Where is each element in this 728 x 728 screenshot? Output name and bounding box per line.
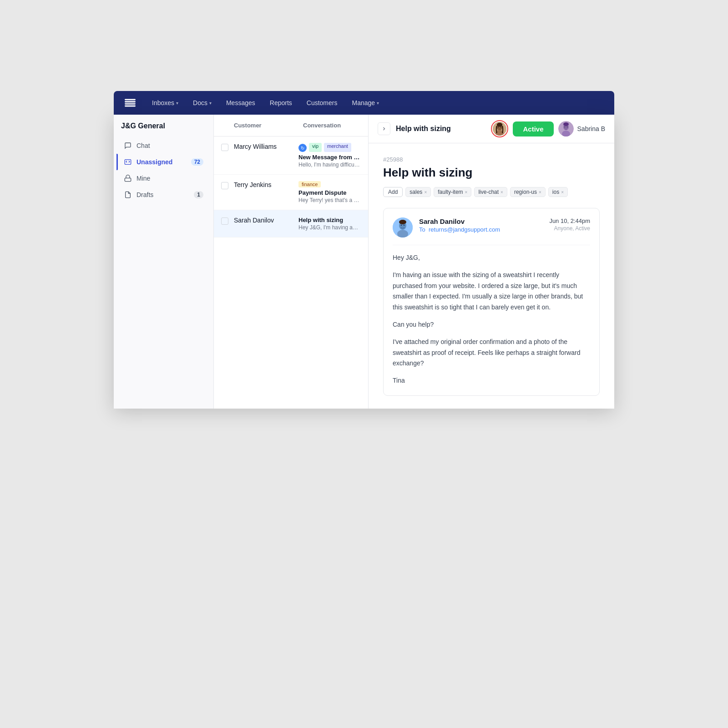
conv-subject: Payment Dispute [298, 189, 361, 196]
remove-tag-icon[interactable]: × [500, 190, 503, 195]
message-date: Jun 10, 2:44pm [549, 217, 590, 224]
msg-paragraph: Hey J&G, [393, 253, 590, 263]
msg-paragraph: I've attached my original order confirma… [393, 337, 590, 369]
top-navigation: Inboxes ▾ Docs ▾ Messages Reports Custom… [114, 91, 614, 115]
remove-tag-icon[interactable]: × [561, 190, 564, 195]
row-checkbox[interactable] [221, 217, 228, 225]
chevron-down-icon: ▾ [377, 101, 379, 106]
message-sender-avatar [393, 217, 413, 238]
message-sender-name: Sarah Danilov [419, 217, 543, 225]
conv-list-header: Customer Conversation [214, 115, 368, 136]
msg-signature: Tina [393, 375, 590, 386]
svg-point-17 [401, 225, 402, 226]
assignee-area: Sabrina B [558, 121, 605, 136]
active-status-button[interactable]: Active [513, 121, 553, 136]
svg-point-6 [500, 126, 501, 127]
sidebar-item-mine[interactable]: Mine [116, 170, 211, 187]
remove-tag-icon[interactable]: × [539, 190, 541, 195]
drafts-icon [124, 191, 132, 199]
conv-preview: Hey J&G, I'm having an issue with the si… [298, 224, 361, 231]
conv-details: ↻ vip merchant New Message from Marcy Wi… [298, 143, 361, 168]
conv-subject: Help with sizing [298, 217, 361, 223]
tags-row: Add sales × faulty-item × live-chat × r [383, 187, 600, 197]
sidebar-item-unassigned[interactable]: Unassigned 72 [116, 154, 211, 170]
detail-body: #25988 Help with sizing Add sales × faul… [369, 143, 614, 409]
assignee-name: Sabrina B [577, 125, 605, 132]
svg-point-7 [497, 123, 502, 127]
ticket-number: #25988 [383, 156, 600, 163]
col-header-customer: Customer [234, 122, 298, 129]
tag-pill-live-chat: live-chat × [474, 187, 507, 197]
svg-point-18 [404, 225, 405, 226]
conv-row[interactable]: Sarah Danilov Help with sizing Hey J&G, … [214, 210, 368, 238]
nav-manage[interactable]: Manage ▾ [346, 96, 384, 109]
nav-messages[interactable]: Messages [221, 96, 261, 109]
sidebar-item-label: Drafts [136, 191, 153, 198]
add-tag-button[interactable]: Add [383, 187, 403, 197]
detail-header: Help with sizing [369, 115, 614, 143]
message-to-email: returns@jandgsupport.com [429, 226, 500, 233]
conv-tags: finance [298, 181, 361, 187]
row-checkbox[interactable] [221, 144, 228, 151]
conv-row[interactable]: Marcy Williams ↻ vip merchant New Messag… [214, 136, 368, 175]
conv-customer-name: Marcy Williams [234, 143, 293, 150]
chevron-down-icon: ▾ [176, 101, 178, 106]
nav-reports[interactable]: Reports [264, 96, 298, 109]
unassigned-icon [124, 158, 132, 166]
msg-paragraph: I'm having an issue with the sizing of a… [393, 270, 590, 313]
sidebar-item-drafts[interactable]: Drafts 1 [116, 187, 211, 203]
conv-subject: New Message from Marcy Williams [298, 154, 361, 161]
app-logo [123, 96, 137, 110]
message-sender-info: Sarah Danilov To returns@jandgsupport.co… [419, 217, 543, 233]
message-icon: ↻ [298, 144, 307, 152]
tag-finance: finance [298, 181, 321, 187]
sidebar-item-label: Mine [136, 175, 150, 182]
conv-details: Help with sizing Hey J&G, I'm having an … [298, 217, 361, 231]
message-body: Hey J&G, I'm having an issue with the si… [393, 253, 590, 386]
conversation-list: Customer Conversation Marcy Williams ↻ v… [214, 115, 369, 409]
sidebar: J&G General Chat Unassigned [114, 115, 214, 409]
conv-details: finance Payment Dispute Hey Terry! yes t… [298, 181, 361, 203]
chevron-down-icon: ▾ [209, 101, 212, 106]
tag-pill-faulty-item: faulty-item × [434, 187, 471, 197]
svg-point-5 [498, 126, 499, 127]
msg-paragraph: Can you help? [393, 319, 590, 330]
sidebar-title: J&G General [114, 122, 213, 137]
assignee-avatar [558, 121, 574, 136]
conv-row[interactable]: Terry Jenkins finance Payment Dispute He… [214, 175, 368, 210]
message-to: To returns@jandgsupport.com [419, 226, 543, 233]
tag-pill-ios: ios × [548, 187, 568, 197]
col-header-conversation: Conversation [303, 122, 361, 129]
row-checkbox[interactable] [221, 182, 228, 189]
drafts-badge: 1 [194, 191, 203, 198]
svg-point-19 [399, 220, 406, 224]
nav-customers[interactable]: Customers [301, 96, 343, 109]
svg-point-13 [563, 122, 569, 126]
message-header: Sarah Danilov To returns@jandgsupport.co… [393, 217, 590, 238]
tag-merchant: merchant [324, 143, 351, 152]
remove-tag-icon[interactable]: × [424, 190, 427, 195]
sidebar-toggle-button[interactable] [378, 122, 390, 135]
customer-avatar-ring [491, 120, 508, 137]
chat-icon [124, 142, 132, 150]
conv-customer-name: Terry Jenkins [234, 181, 293, 188]
nav-inboxes[interactable]: Inboxes ▾ [147, 96, 184, 109]
svg-point-12 [566, 126, 567, 127]
customer-avatar [493, 122, 506, 136]
sidebar-item-label: Chat [136, 142, 150, 149]
remove-tag-icon[interactable]: × [465, 190, 468, 195]
conv-preview: Hello, I'm having difficulty linking all… [298, 162, 361, 168]
tag-pill-sales: sales × [405, 187, 431, 197]
sidebar-item-chat[interactable]: Chat [116, 137, 211, 154]
ticket-title: Help with sizing [383, 166, 600, 180]
message-divider [393, 245, 590, 245]
svg-rect-0 [125, 160, 131, 165]
detail-actions: Active [491, 120, 605, 137]
detail-title: Help with sizing [396, 125, 485, 133]
sidebar-item-label: Unassigned [136, 158, 172, 166]
conv-tags: ↻ vip merchant [298, 143, 361, 152]
unassigned-badge: 72 [191, 158, 203, 166]
mine-icon [124, 174, 132, 182]
message-meta: Jun 10, 2:44pm Anyone, Active [549, 217, 590, 232]
nav-docs[interactable]: Docs ▾ [187, 96, 217, 109]
